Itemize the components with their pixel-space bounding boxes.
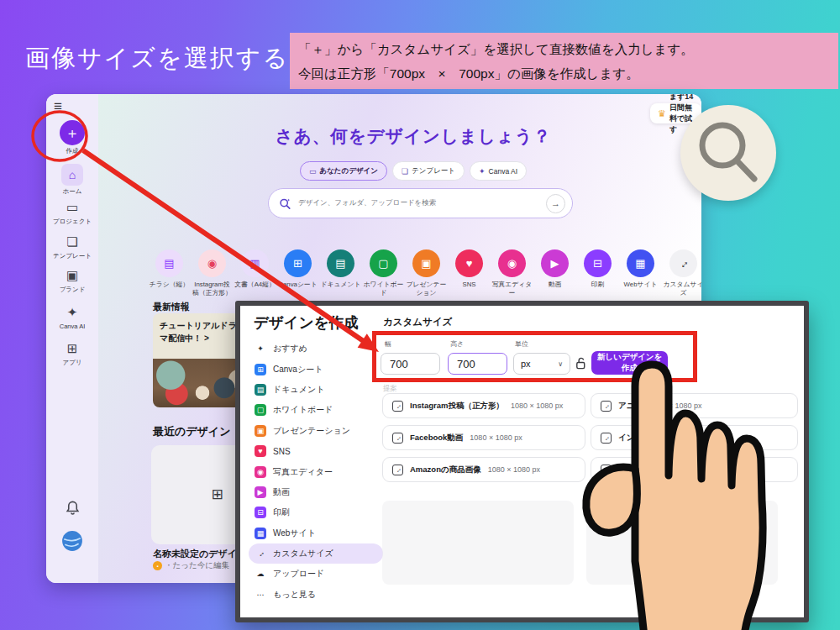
design-type-item[interactable]: ▣ プレゼンテーション bbox=[405, 249, 448, 297]
popup-menu-item[interactable]: ⊞ Canvaシート bbox=[249, 359, 383, 379]
design-type-label: カスタムサイズ bbox=[663, 281, 702, 297]
popup-menu-item[interactable]: ▶ 動画 bbox=[249, 482, 383, 502]
design-type-label: 印刷 bbox=[577, 281, 619, 289]
popup-menu-icon: ✦ bbox=[255, 343, 266, 354]
popup-menu-glyph: ▶ bbox=[258, 488, 264, 496]
size-suggestion-card[interactable]: ↔ インタ bbox=[591, 425, 798, 450]
popup-title: デザインを作成 bbox=[254, 312, 359, 333]
popup-menu-glyph: ▣ bbox=[257, 427, 265, 435]
popup-menu-item[interactable]: ♥ SNS bbox=[249, 441, 383, 461]
sidebar-item-create[interactable]: ＋ 作成 bbox=[46, 120, 98, 155]
popup-menu-item[interactable]: ▣ プレゼンテーション bbox=[249, 421, 383, 441]
design-type-item[interactable]: ⊞ Canvaシート bbox=[276, 249, 319, 297]
sidebar-item-canva-ai[interactable]: ✦ Canva AI bbox=[46, 304, 98, 330]
sidebar-item-label: 作成 bbox=[66, 147, 79, 155]
popup-menu-item[interactable]: ▤ ドキュメント bbox=[249, 380, 383, 400]
sparkle-icon: ✦ bbox=[479, 167, 486, 176]
height-input[interactable] bbox=[448, 353, 507, 375]
popup-menu-icon: ⊟ bbox=[255, 507, 266, 518]
design-type-item[interactable]: ▶ 動画 bbox=[533, 249, 576, 297]
design-type-icon: ▥ bbox=[241, 249, 269, 277]
news-heading: 最新情報 bbox=[153, 301, 190, 313]
design-type-item[interactable]: ⊟ 印刷 bbox=[576, 249, 619, 297]
popup-menu-item[interactable]: ✦ おすすめ bbox=[249, 339, 383, 359]
popup-menu-item[interactable]: ◉ 写真エディター bbox=[249, 461, 383, 481]
popup-menu-glyph: ◉ bbox=[257, 468, 264, 476]
apps-grid-icon: ⊞ bbox=[67, 340, 78, 357]
size-suggestions: ↔ Instagram投稿（正方形） 1080 × 1080 px ↔ アニメ … bbox=[382, 393, 798, 482]
size-suggestion-card[interactable]: ↔ bbox=[591, 457, 798, 482]
suggestion-name: Amazonの商品画像 bbox=[410, 465, 481, 475]
resize-icon: ↔ bbox=[392, 465, 403, 475]
notifications-button[interactable] bbox=[46, 500, 98, 516]
popup-menu-item[interactable]: ▢ ホワイトボード bbox=[249, 400, 383, 420]
popup-menu-item[interactable]: ⊟ 印刷 bbox=[249, 502, 383, 522]
popup-menu-icon: ☁ bbox=[255, 568, 266, 580]
popup-menu-glyph: ↔ bbox=[255, 548, 265, 559]
popup-menu-glyph: ▤ bbox=[257, 386, 265, 394]
note-line-2: 今回は正方形「700px × 700px」の画像を作成します。 bbox=[298, 61, 830, 86]
tab-your-designs[interactable]: ▭ あなたのデザイン bbox=[300, 161, 387, 181]
popup-menu-glyph: ✦ bbox=[257, 344, 264, 353]
search-input[interactable]: デザイン、フォルダ、アップロードを検索 bbox=[298, 198, 539, 208]
popup-menu-item[interactable]: ↔ カスタムサイズ bbox=[249, 543, 383, 564]
design-type-icon: ♥ bbox=[455, 249, 483, 277]
popup-menu-glyph: ⋯ bbox=[257, 591, 265, 599]
account-avatar[interactable] bbox=[46, 530, 98, 552]
suggestion-size: 1080 × 1080 px bbox=[649, 402, 701, 410]
tab-label: テンプレート bbox=[412, 166, 455, 176]
size-suggestion-card[interactable]: ↔ アニメ 1080 × 1080 px bbox=[591, 393, 798, 418]
design-type-item[interactable]: ▤ チラシ（縦） bbox=[148, 249, 191, 297]
sidebar-item-brand[interactable]: ▣ ブランド bbox=[46, 267, 98, 294]
search-submit-button[interactable]: → bbox=[546, 194, 565, 213]
design-type-label: ホワイトボード bbox=[363, 281, 405, 297]
design-type-glyph: ◉ bbox=[207, 257, 217, 270]
design-type-label: Instagram投稿（正方形） bbox=[192, 281, 234, 297]
plus-icon[interactable]: ＋ bbox=[60, 120, 85, 145]
design-type-item[interactable]: ▦ Webサイト bbox=[619, 249, 662, 297]
sidebar-item-label: ホーム bbox=[63, 187, 82, 196]
tab-templates[interactable]: ❏ テンプレート bbox=[392, 161, 465, 181]
suggestion-size: 1080 × 1080 px bbox=[488, 465, 540, 474]
recent-design-meta: ▪ ・たった今に編集 bbox=[153, 560, 229, 571]
sidebar-item-home[interactable]: ⌂ ホーム bbox=[46, 164, 98, 196]
design-type-item[interactable]: ▤ ドキュメント bbox=[319, 249, 362, 297]
popup-menu-item[interactable]: ☁ アップロード bbox=[249, 564, 383, 584]
size-suggestion-card[interactable]: ↔ Facebook動画 1080 × 1080 px bbox=[382, 425, 585, 450]
popup-menu-item[interactable]: ▦ Webサイト bbox=[249, 523, 383, 543]
search-bar[interactable]: デザイン、フォルダ、アップロードを検索 → bbox=[268, 188, 573, 218]
design-type-glyph: ▶ bbox=[551, 257, 559, 270]
design-type-icon: ▢ bbox=[370, 249, 397, 277]
sidebar-item-label: プロジェクト bbox=[53, 218, 92, 226]
design-type-glyph: ▥ bbox=[249, 257, 260, 270]
design-type-icon: ▦ bbox=[627, 249, 654, 277]
tab-canva-ai[interactable]: ✦ Canva AI bbox=[470, 161, 527, 181]
recent-design-edited: ・たった今に編集 bbox=[165, 560, 229, 571]
unit-select[interactable]: px ∨ bbox=[513, 353, 570, 375]
design-type-item[interactable]: ♥ SNS bbox=[448, 249, 491, 297]
home-icon: ⌂ bbox=[61, 164, 83, 186]
design-type-item[interactable]: ◉ 写真エディター bbox=[491, 249, 533, 297]
resize-icon: ↔ bbox=[601, 433, 612, 444]
design-type-item[interactable]: ▢ ホワイトボード bbox=[362, 249, 405, 297]
popup-menu-item[interactable]: ⋯ もっと見る bbox=[249, 585, 383, 605]
aspect-lock-toggle[interactable] bbox=[575, 356, 587, 374]
width-label: 幅 bbox=[385, 339, 391, 349]
design-type-item[interactable]: ▥ 文書（A4縦） bbox=[234, 249, 276, 297]
create-design-button[interactable]: 新しいデザインを作成 bbox=[591, 351, 668, 375]
width-input[interactable] bbox=[381, 353, 440, 375]
sidebar-item-apps[interactable]: ⊞ アプリ bbox=[46, 340, 98, 367]
popup-menu-icon: ♥ bbox=[255, 445, 266, 457]
design-type-item[interactable]: ◉ Instagram投稿（正方形） bbox=[191, 249, 234, 297]
sidebar-item-templates[interactable]: ❏ テンプレート bbox=[46, 234, 98, 260]
design-type-label: SNS bbox=[449, 281, 491, 289]
popup-menu-label: Webサイト bbox=[273, 528, 316, 539]
design-type-item[interactable]: ↔ カスタムサイズ bbox=[662, 249, 701, 297]
design-type-glyph: ⊟ bbox=[593, 257, 602, 270]
size-suggestion-card[interactable]: ↔ Instagram投稿（正方形） 1080 × 1080 px bbox=[382, 393, 585, 418]
sidebar-item-projects[interactable]: ▭ プロジェクト bbox=[46, 199, 98, 226]
popup-menu-label: アップロード bbox=[273, 568, 324, 580]
size-suggestion-card[interactable]: ↔ Amazonの商品画像 1080 × 1080 px bbox=[382, 457, 585, 482]
suggestion-name: インタ bbox=[618, 433, 643, 444]
menu-icon[interactable]: ≡ bbox=[54, 98, 62, 115]
